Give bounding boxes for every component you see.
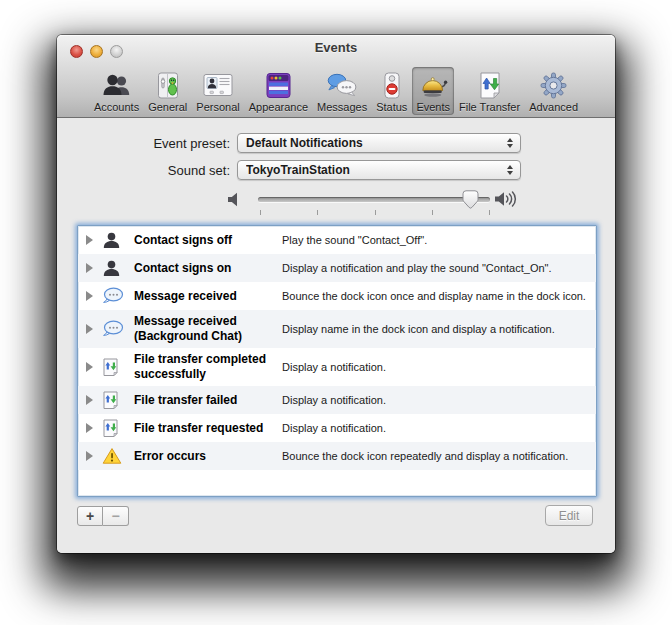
personal-icon [203,70,233,100]
event-title: File transfer requested [134,421,282,436]
popup-stepper-icon [504,165,516,175]
volume-slider-track[interactable] [258,197,490,202]
event-list: Contact signs off Play the sound "Contac… [77,225,597,497]
disclosure-triangle-icon[interactable] [86,451,102,461]
speaker-min-icon [227,192,244,211]
toolbar-label: General [148,101,187,113]
popup-selected-value: Default Notifications [246,136,504,150]
edit-button[interactable]: Edit [545,505,593,526]
event-title: Error occurs [134,449,282,464]
appearance-icon [265,70,292,100]
toolbar-item-messages[interactable]: Messages [313,67,371,115]
toolbar-label: Appearance [249,101,308,113]
toolbar-item-file-transfer[interactable]: File Transfer [455,67,524,115]
file-transfer-icon [478,70,502,100]
toolbar-label: Status [376,101,407,113]
event-row-file-transfer-failed[interactable]: File transfer failed Display a notificat… [78,386,596,414]
toolbar-item-accounts[interactable]: Accounts [90,67,143,115]
event-description: Bounce the dock icon once and display na… [282,290,590,303]
popup-selected-value: TokyoTrainStation [246,163,504,177]
events-bell-icon [419,70,448,100]
event-description: Display a notification and play the soun… [282,262,590,275]
sound-set-row: Sound set: TokyoTrainStation [57,160,615,180]
speaker-max-icon [494,190,520,212]
add-event-button[interactable]: + [77,506,103,526]
disclosure-triangle-icon[interactable] [86,291,102,301]
preferences-content: Event preset: Default Notifications Soun… [57,118,615,553]
remove-event-button[interactable]: − [103,506,129,526]
disclosure-triangle-icon[interactable] [86,423,102,433]
status-icon [382,70,402,100]
file-transfer-icon [102,358,134,376]
event-description: Display name in the dock icon and displa… [282,323,590,336]
messages-icon [326,70,358,100]
toolbar-label: Advanced [529,101,578,113]
event-row-file-transfer-completed[interactable]: File transfer completed successfully Dis… [78,348,596,386]
sound-set-popup[interactable]: TokyoTrainStation [237,160,521,180]
advanced-gear-icon [540,70,567,100]
chat-bubble-icon [102,320,134,338]
window-header: Events Accounts [57,35,615,118]
disclosure-triangle-icon[interactable] [86,395,102,405]
event-title: Message received (Background Chat) [134,314,282,344]
event-title: File transfer completed successfully [134,352,282,382]
event-row-file-transfer-requested[interactable]: File transfer requested Display a notifi… [78,414,596,442]
disclosure-triangle-icon[interactable] [86,235,102,245]
toolbar-label: Messages [317,101,367,113]
toolbar-label: Personal [196,101,239,113]
disclosure-triangle-icon[interactable] [86,263,102,273]
event-row-contact-signs-off[interactable]: Contact signs off Play the sound "Contac… [78,226,596,254]
event-preset-popup[interactable]: Default Notifications [237,133,521,153]
window-title: Events [57,40,615,55]
event-preset-row: Event preset: Default Notifications [57,133,615,153]
sound-set-label: Sound set: [57,163,230,178]
event-title: Contact signs off [134,233,282,248]
event-row-contact-signs-on[interactable]: Contact signs on Display a notification … [78,254,596,282]
volume-slider-zone [57,188,615,222]
toolbar-item-personal[interactable]: Personal [192,67,243,115]
toolbar-item-advanced[interactable]: Advanced [525,67,582,115]
toolbar-label: File Transfer [459,101,520,113]
event-description: Display a notification. [282,361,590,374]
toolbar-label: Events [416,101,450,113]
chat-bubble-icon [102,287,134,305]
person-icon [102,231,134,250]
warning-icon [102,447,134,465]
event-row-message-received-background[interactable]: Message received (Background Chat) Displ… [78,310,596,348]
general-icon [155,70,181,100]
accounts-icon [101,70,133,100]
event-title: Message received [134,289,282,304]
file-transfer-icon [102,419,134,437]
event-description: Bounce the dock icon repeatedly and disp… [282,450,590,463]
popup-stepper-icon [504,138,516,148]
toolbar-item-status[interactable]: Status [372,67,411,115]
toolbar-label: Accounts [94,101,139,113]
disclosure-triangle-icon[interactable] [86,362,102,372]
toolbar-item-appearance[interactable]: Appearance [245,67,312,115]
preferences-window: Events Accounts [57,35,615,553]
disclosure-triangle-icon[interactable] [86,324,102,334]
slider-ticks [260,210,490,215]
list-edit-segmented-control: + − [77,506,129,526]
toolbar-item-events[interactable]: Events [412,67,454,115]
event-description: Display a notification. [282,394,590,407]
event-row-message-received[interactable]: Message received Bounce the dock icon on… [78,282,596,310]
toolbar-item-general[interactable]: General [144,67,191,115]
preferences-toolbar: Accounts [61,59,611,115]
event-title: Contact signs on [134,261,282,276]
event-description: Display a notification. [282,422,590,435]
person-icon [102,259,134,278]
file-transfer-icon [102,391,134,409]
event-description: Play the sound "Contact_Off". [282,234,590,247]
volume-slider-thumb[interactable] [462,190,479,209]
screenshot-canvas: Events Accounts [0,0,672,625]
event-row-error-occurs[interactable]: Error occurs Bounce the dock icon repeat… [78,442,596,470]
event-title: File transfer failed [134,393,282,408]
event-preset-label: Event preset: [57,136,230,151]
